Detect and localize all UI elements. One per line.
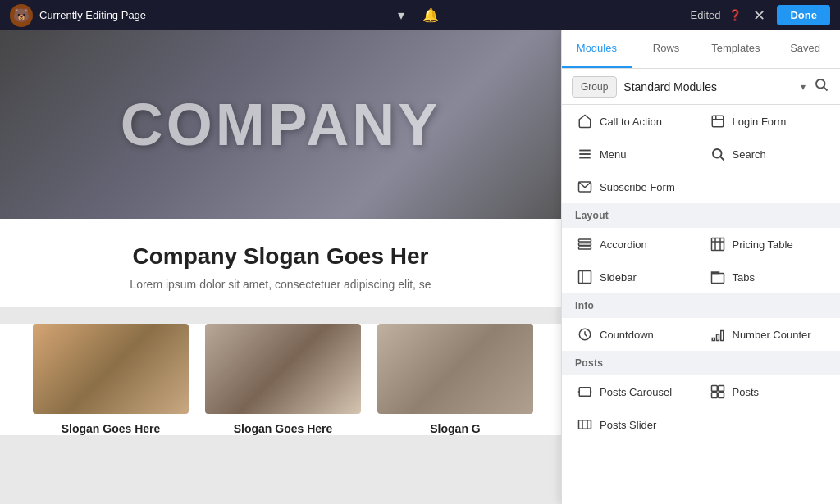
- app-logo: 🐻: [10, 4, 33, 27]
- group-button[interactable]: Group: [572, 76, 617, 98]
- module-posts[interactable]: Posts: [701, 375, 834, 408]
- svg-rect-25: [579, 388, 591, 397]
- login-label: Login Form: [733, 116, 787, 128]
- slider-icon: [577, 416, 593, 433]
- card-label-2: Slogan Goes Here: [205, 422, 361, 435]
- panel-search-row: Group Standard Modules ▾: [562, 69, 840, 105]
- carousel-icon: [577, 384, 593, 400]
- svg-rect-20: [711, 274, 724, 284]
- topbar: 🐻 Currently Editing Page ▾ 🔔 Edited ❓ ✕ …: [0, 0, 840, 30]
- svg-rect-14: [711, 238, 724, 251]
- tab-templates[interactable]: Templates: [701, 30, 771, 68]
- svg-rect-31: [718, 393, 724, 398]
- search-label: Search: [733, 148, 766, 161]
- cta-icon: [577, 113, 593, 129]
- main-area: COMPANY Company Slogan Goes Her Lorem ip…: [0, 30, 840, 504]
- card-label-1: Slogan Goes Here: [33, 422, 189, 435]
- accordion-icon: [577, 236, 593, 252]
- preview-card-1: Slogan Goes Here: [33, 324, 189, 435]
- topbar-right: Edited ❓ ✕ Done: [691, 3, 830, 28]
- preview-cards: Slogan Goes Here Slogan Goes Here Slogan…: [0, 324, 561, 435]
- tab-modules[interactable]: Modules: [562, 30, 632, 68]
- svg-rect-11: [579, 239, 591, 242]
- login-icon: [710, 113, 726, 129]
- svg-rect-22: [712, 338, 714, 341]
- preview-heading: Company Slogan Goes Her: [33, 243, 528, 270]
- search-icon: [710, 146, 726, 162]
- posts-icon: [710, 384, 726, 400]
- preview-content: Company Slogan Goes Her Lorem ipsum dolo…: [0, 219, 561, 307]
- topbar-center: ▾ 🔔: [395, 6, 442, 25]
- svg-rect-28: [711, 386, 717, 392]
- svg-rect-18: [579, 271, 591, 284]
- module-menu[interactable]: Menu: [568, 138, 701, 170]
- module-call-to-action[interactable]: Call to Action: [568, 105, 701, 138]
- module-posts-slider[interactable]: Posts Slider: [568, 408, 701, 441]
- accordion-label: Accordion: [600, 238, 647, 251]
- svg-line-9: [720, 157, 724, 160]
- card-image-1: [33, 324, 189, 414]
- search-button[interactable]: [812, 75, 830, 98]
- menu-icon: [577, 146, 593, 162]
- module-sidebar[interactable]: Sidebar: [568, 261, 701, 293]
- svg-rect-32: [579, 420, 591, 429]
- close-button[interactable]: ✕: [750, 3, 769, 28]
- module-tabs[interactable]: Tabs: [701, 261, 834, 293]
- svg-rect-13: [579, 247, 591, 249]
- tabs-icon: [710, 269, 726, 285]
- topbar-left: 🐻 Currently Editing Page: [10, 4, 146, 27]
- layout-module-grid: Accordion Pricing Table Sidebar: [562, 228, 840, 293]
- tab-saved[interactable]: Saved: [770, 30, 840, 68]
- hero-section: COMPANY: [0, 30, 561, 219]
- countdown-label: Countdown: [600, 329, 654, 341]
- done-button[interactable]: Done: [777, 5, 830, 25]
- module-countdown[interactable]: Countdown: [568, 318, 701, 351]
- module-posts-carousel[interactable]: Posts Carousel: [568, 375, 701, 408]
- edited-status: Edited: [691, 9, 721, 21]
- counter-icon: [710, 326, 726, 343]
- preview-card-3: Slogan G: [377, 324, 533, 435]
- counter-label: Number Counter: [733, 329, 811, 341]
- tabs-label: Tabs: [733, 271, 755, 284]
- info-section-header: Info: [562, 293, 840, 318]
- posts-section-header: Posts: [562, 351, 840, 375]
- subscribe-icon: [577, 179, 593, 195]
- svg-line-1: [824, 87, 827, 90]
- layout-section-header: Layout: [562, 203, 840, 228]
- svg-rect-29: [718, 386, 724, 392]
- page-preview: COMPANY Company Slogan Goes Her Lorem ip…: [0, 30, 561, 504]
- dropdown-btn[interactable]: ▾: [395, 6, 408, 25]
- module-pricing-table[interactable]: Pricing Table: [701, 228, 834, 261]
- sidebar-icon: [577, 269, 593, 285]
- hero-text: COMPANY: [0, 30, 561, 219]
- module-search[interactable]: Search: [701, 138, 834, 170]
- menu-label: Menu: [600, 148, 627, 161]
- card-image-3: [377, 324, 533, 414]
- preview-card-2: Slogan Goes Here: [205, 324, 361, 435]
- page-title: Currently Editing Page: [39, 9, 146, 21]
- help-icon[interactable]: ❓: [728, 9, 742, 21]
- cta-label: Call to Action: [600, 116, 662, 128]
- card-label-3: Slogan G: [377, 422, 533, 435]
- subscribe-label: Subscribe Form: [600, 181, 675, 193]
- svg-point-0: [816, 79, 825, 89]
- panel-tabs: Modules Rows Templates Saved: [562, 30, 840, 69]
- module-login-form[interactable]: Login Form: [701, 105, 834, 138]
- notification-btn[interactable]: 🔔: [419, 6, 442, 25]
- top-module-grid: Call to Action Login Form Menu: [562, 105, 840, 203]
- chevron-down-icon: ▾: [801, 81, 806, 93]
- modules-dropdown[interactable]: Standard Modules: [623, 80, 794, 93]
- pricing-label: Pricing Table: [733, 238, 793, 251]
- sidebar-label: Sidebar: [600, 271, 637, 284]
- carousel-label: Posts Carousel: [600, 386, 672, 398]
- svg-point-8: [713, 149, 722, 158]
- tab-rows[interactable]: Rows: [632, 30, 701, 68]
- preview-subtext: Lorem ipsum dolor sit amet, consectetuer…: [33, 278, 528, 291]
- slider-label: Posts Slider: [600, 419, 656, 431]
- module-accordion[interactable]: Accordion: [568, 228, 701, 261]
- svg-rect-30: [711, 393, 717, 398]
- module-number-counter[interactable]: Number Counter: [701, 318, 834, 351]
- modules-panel: Modules Rows Templates Saved Group Stand…: [561, 30, 840, 504]
- module-subscribe-form[interactable]: Subscribe Form: [568, 170, 701, 203]
- posts-module-grid: Posts Carousel Posts Posts Slider: [562, 375, 840, 441]
